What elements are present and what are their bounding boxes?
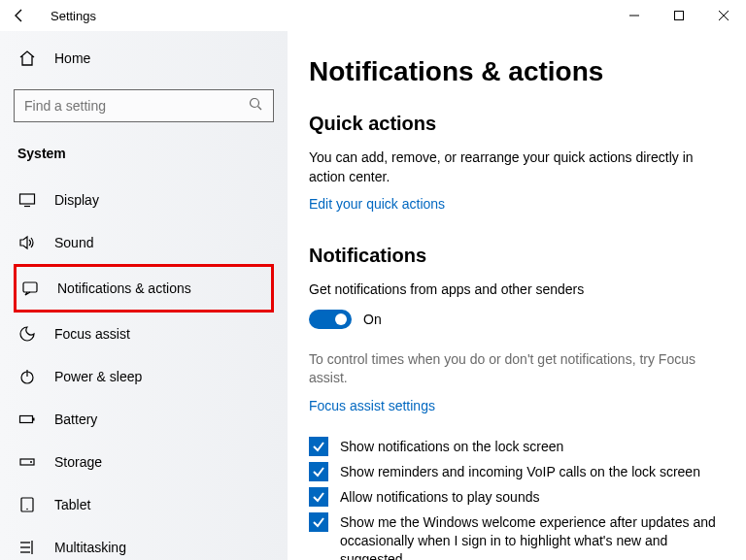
svg-line-3 <box>258 107 262 111</box>
power-icon <box>17 367 37 386</box>
sidebar-item-tablet[interactable]: Tablet <box>14 483 274 526</box>
quick-actions-desc: You can add, remove, or rearrange your q… <box>309 148 729 186</box>
sidebar-item-label: Tablet <box>54 497 90 512</box>
sidebar-item-label: Power & sleep <box>54 369 142 384</box>
sidebar-category: System <box>14 146 274 161</box>
sidebar-home-label: Home <box>54 50 90 66</box>
svg-point-2 <box>251 99 259 108</box>
toggle-state-label: On <box>363 312 382 327</box>
sidebar-item-display[interactable]: Display <box>14 179 274 221</box>
search-box[interactable] <box>14 89 274 122</box>
sidebar-item-label: Focus assist <box>54 326 130 342</box>
sidebar-item-notifications[interactable]: Notifications & actions <box>14 264 274 313</box>
sidebar-item-label: Battery <box>54 412 97 427</box>
edit-quick-actions-link[interactable]: Edit your quick actions <box>309 196 729 212</box>
display-icon <box>17 190 37 210</box>
check-label: Show reminders and incoming VoIP calls o… <box>340 462 700 481</box>
multitasking-icon <box>17 538 37 557</box>
sidebar: Home System Display Sound Notifications … <box>0 31 288 560</box>
notifications-toggle-label: Get notifications from apps and other se… <box>309 280 729 300</box>
svg-point-12 <box>30 461 32 463</box>
storage-icon <box>17 452 37 472</box>
focus-assist-icon <box>17 324 37 344</box>
sidebar-item-label: Display <box>54 192 99 208</box>
checkbox[interactable] <box>309 512 328 532</box>
quick-actions-heading: Quick actions <box>309 113 729 135</box>
tablet-icon <box>17 495 37 514</box>
notifications-icon <box>20 279 40 298</box>
close-button[interactable] <box>701 0 746 31</box>
checkbox[interactable] <box>309 462 328 481</box>
search-input[interactable] <box>24 98 249 114</box>
window-title: Settings <box>51 9 96 23</box>
svg-rect-1 <box>675 12 684 20</box>
minimize-button[interactable] <box>612 0 657 31</box>
sidebar-item-battery[interactable]: Battery <box>14 398 274 441</box>
sidebar-home[interactable]: Home <box>14 39 274 78</box>
notifications-heading: Notifications <box>309 245 729 267</box>
checkbox[interactable] <box>309 437 328 456</box>
sidebar-item-label: Storage <box>54 454 102 470</box>
page-title: Notifications & actions <box>309 56 729 87</box>
check-label: Show me the Windows welcome experience a… <box>340 512 729 560</box>
notifications-toggle[interactable] <box>309 310 352 329</box>
focus-assist-settings-link[interactable]: Focus assist settings <box>309 398 729 413</box>
sidebar-item-focus-assist[interactable]: Focus assist <box>14 313 274 355</box>
check-label: Allow notifications to play sounds <box>340 487 539 507</box>
svg-rect-4 <box>20 194 35 204</box>
back-button[interactable] <box>8 4 31 27</box>
svg-point-14 <box>26 509 28 511</box>
sidebar-item-label: Multitasking <box>54 540 126 555</box>
search-icon <box>249 97 263 115</box>
checkbox[interactable] <box>309 487 328 507</box>
sound-icon <box>17 233 37 252</box>
check-welcome-experience[interactable]: Show me the Windows welcome experience a… <box>309 512 729 560</box>
check-lock-screen-notifications[interactable]: Show notifications on the lock screen <box>309 437 729 456</box>
sidebar-item-label: Notifications & actions <box>57 280 191 296</box>
maximize-button[interactable] <box>657 0 701 31</box>
check-label: Show notifications on the lock screen <box>340 437 563 456</box>
svg-rect-6 <box>23 282 37 292</box>
battery-icon <box>17 410 37 429</box>
svg-rect-9 <box>20 416 33 423</box>
sidebar-item-multitasking[interactable]: Multitasking <box>14 526 274 560</box>
focus-assist-desc: To control times when you do or don't ge… <box>309 350 729 388</box>
check-play-sounds[interactable]: Allow notifications to play sounds <box>309 487 729 507</box>
home-icon <box>17 49 37 68</box>
sidebar-item-power-sleep[interactable]: Power & sleep <box>14 355 274 398</box>
content-area: Notifications & actions Quick actions Yo… <box>288 31 746 560</box>
sidebar-item-storage[interactable]: Storage <box>14 441 274 483</box>
titlebar: Settings <box>0 0 746 31</box>
check-voip-reminders[interactable]: Show reminders and incoming VoIP calls o… <box>309 462 729 481</box>
svg-rect-10 <box>33 418 35 421</box>
sidebar-item-sound[interactable]: Sound <box>14 221 274 264</box>
sidebar-item-label: Sound <box>54 235 93 250</box>
